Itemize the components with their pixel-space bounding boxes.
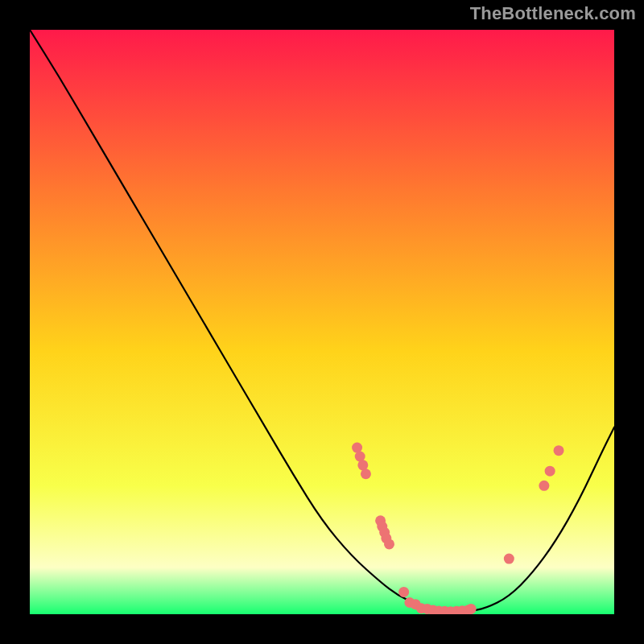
gradient-background [30, 30, 614, 614]
data-dot [545, 466, 555, 477]
chart-svg [30, 30, 614, 614]
data-dot [539, 481, 549, 491]
plot-area [30, 30, 614, 614]
data-dot [384, 539, 394, 549]
data-dot [466, 604, 477, 614]
data-dot [398, 587, 409, 597]
data-dot [361, 469, 371, 479]
data-dot [554, 445, 564, 456]
attribution-label: TheBottleneck.com [470, 3, 636, 24]
data-dot [504, 554, 514, 564]
chart-frame: TheBottleneck.com [0, 0, 644, 644]
